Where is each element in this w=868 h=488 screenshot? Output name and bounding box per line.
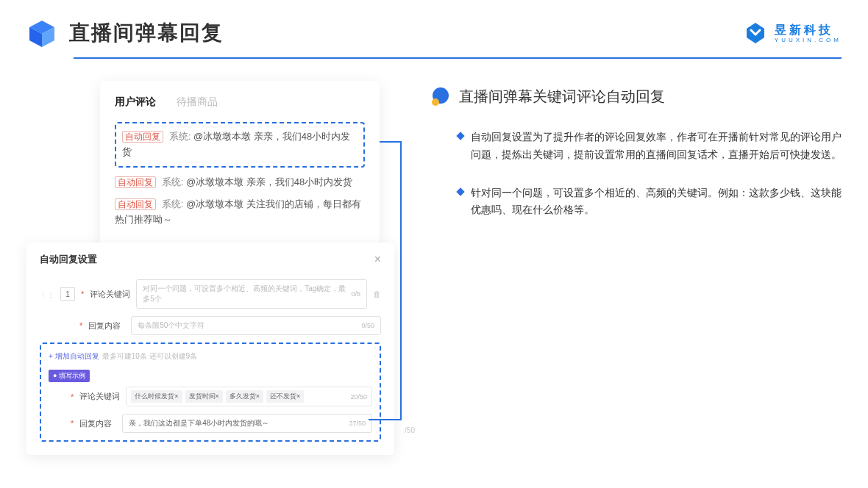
system-prefix: 系统: xyxy=(162,198,184,209)
required-dot: * xyxy=(71,419,74,428)
description-column: 直播间弹幕关键词评论自动回复 自动回复设置为了提升作者的评论回复效率，作者可在开… xyxy=(431,81,842,434)
keyword-placeholder: 对同一个问题，可设置多个相近、高频的关键词，Tag确定，最多5个 xyxy=(143,284,351,304)
content-placeholder: 每条限50个中文字符 xyxy=(138,320,204,331)
keyword-tag[interactable]: 还不发货× xyxy=(266,390,304,403)
bullet-item: 自动回复设置为了提升作者的评论回复效率，作者可在开播前针对常见的评论用户问题，提… xyxy=(431,129,842,164)
keyword-count: 0/5 xyxy=(351,290,360,298)
ex-content-label: 回复内容 xyxy=(79,418,116,429)
content-input[interactable]: 每条限50个中文字符 0/50 xyxy=(131,316,381,335)
auto-reply-tag: 自动回复 xyxy=(115,176,156,188)
required-dot: * xyxy=(71,392,74,401)
connector-line xyxy=(380,141,402,143)
brand-name-cn: 昱新科技 xyxy=(775,23,842,37)
tab-user-comments[interactable]: 用户评论 xyxy=(115,96,156,109)
index-box: 1 xyxy=(60,287,75,301)
connector-line xyxy=(369,419,402,420)
modal-title: 自动回复设置 xyxy=(40,253,97,266)
add-hint: 最多可建10条 还可以创建9条 xyxy=(102,351,197,362)
ex-keyword-count: 20/50 xyxy=(350,393,367,401)
ex-content-value: 亲，我们这边都是下单48小时内发货的哦～ xyxy=(129,418,269,428)
content-count: 0/50 xyxy=(361,322,374,329)
page-title: 直播间弹幕回复 xyxy=(69,19,224,47)
feature-icon xyxy=(431,87,450,107)
brand-logo-icon xyxy=(744,21,767,45)
connector-line xyxy=(400,141,402,420)
diamond-bullet-icon xyxy=(456,187,464,195)
system-prefix: 系统: xyxy=(169,131,191,142)
feature-heading: 直播间弹幕关键词评论自动回复 xyxy=(431,87,842,107)
comment-row: 自动回复 系统: @冰墩墩本墩 亲亲，我们48小时内发货 xyxy=(115,175,365,190)
keyword-label: 评论关键词 xyxy=(90,289,130,300)
close-icon[interactable]: × xyxy=(374,253,381,266)
required-dot: * xyxy=(79,321,82,330)
auto-reply-tag: 自动回复 xyxy=(115,198,156,210)
system-prefix: 系统: xyxy=(162,176,184,187)
screenshot-stack: 用户评论 待播商品 自动回复 系统: @冰墩墩本墩 亲亲，我们48小时内发货 自… xyxy=(26,81,409,434)
tab-pending-goods[interactable]: 待播商品 xyxy=(177,96,218,109)
drag-handle-icon[interactable]: ⋮⋮ xyxy=(40,290,54,298)
keyword-tag[interactable]: 发货时间× xyxy=(185,390,223,403)
ex-keyword-label: 评论关键词 xyxy=(79,391,120,402)
example-content-row: * 回复内容 亲，我们这边都是下单48小时内发货的哦～ 37/50 xyxy=(49,414,372,433)
tabs: 用户评论 待播商品 xyxy=(115,96,365,109)
feature-title: 直播间弹幕关键词评论自动回复 xyxy=(459,87,665,107)
brand-name-en: YUUXIN.COM xyxy=(775,37,842,44)
auto-reply-tag: 自动回复 xyxy=(122,131,163,143)
svg-point-4 xyxy=(432,98,439,106)
cube-icon xyxy=(26,18,57,49)
example-keyword-input[interactable]: 什么时候发货× 发货时间× 多久发货× 还不发货× 20/50 xyxy=(126,387,372,406)
add-auto-reply-link[interactable]: + 增加自动回复 最多可建10条 还可以创建9条 xyxy=(49,351,372,362)
keyword-input[interactable]: 对同一个问题，可设置多个相近、高频的关键词，Tag确定，最多5个 0/5 xyxy=(136,279,367,309)
content-label: 回复内容 xyxy=(88,320,125,331)
example-keyword-row: * 评论关键词 什么时候发货× 发货时间× 多久发货× 还不发货× 20/50 xyxy=(49,387,372,406)
required-dot: * xyxy=(81,290,84,298)
example-block: + 增加自动回复 最多可建10条 还可以创建9条 ● 填写示例 * 评论关键词 … xyxy=(40,342,381,442)
delete-icon[interactable]: 🗑 xyxy=(373,290,381,298)
comments-card: 用户评论 待播商品 自动回复 系统: @冰墩墩本墩 亲亲，我们48小时内发货 自… xyxy=(100,81,380,253)
bullet-text: 针对同一个问题，可设置多个相近的、高频的关键词。例如：这款多少钱、这块能优惠吗、… xyxy=(471,184,842,220)
example-badge: ● 填写示例 xyxy=(49,370,90,382)
highlighted-comment: 自动回复 系统: @冰墩墩本墩 亲亲，我们48小时内发货 xyxy=(115,122,365,168)
keyword-tag[interactable]: 什么时候发货× xyxy=(131,390,182,403)
stray-count: /50 xyxy=(405,426,415,434)
bullet-text: 自动回复设置为了提升作者的评论回复效率，作者可在开播前针对常见的评论用户问题，提… xyxy=(471,129,842,164)
ex-content-count: 37/50 xyxy=(349,420,366,427)
comment-text: @冰墩墩本墩 亲亲，我们48小时内发货 xyxy=(186,176,352,187)
bullet-item: 针对同一个问题，可设置多个相近的、高频的关键词。例如：这款多少钱、这块能优惠吗、… xyxy=(431,184,842,220)
page-header: 直播间弹幕回复 昱新科技 YUUXIN.COM xyxy=(0,0,868,49)
header-left: 直播间弹幕回复 xyxy=(26,18,224,49)
example-content-input[interactable]: 亲，我们这边都是下单48小时内发货的哦～ 37/50 xyxy=(122,414,372,433)
brand: 昱新科技 YUUXIN.COM xyxy=(744,21,842,45)
diamond-bullet-icon xyxy=(456,132,464,140)
content-row: * 回复内容 每条限50个中文字符 0/50 xyxy=(40,316,381,335)
keyword-tag[interactable]: 多久发货× xyxy=(226,390,263,403)
settings-card: 自动回复设置 × ⋮⋮ 1 * 评论关键词 对同一个问题，可设置多个相近、高频的… xyxy=(26,243,394,455)
comment-row: 自动回复 系统: @冰墩墩本墩 关注我们的店铺，每日都有热门推荐呦～ xyxy=(115,197,365,228)
keyword-row: ⋮⋮ 1 * 评论关键词 对同一个问题，可设置多个相近、高频的关键词，Tag确定… xyxy=(40,279,381,309)
